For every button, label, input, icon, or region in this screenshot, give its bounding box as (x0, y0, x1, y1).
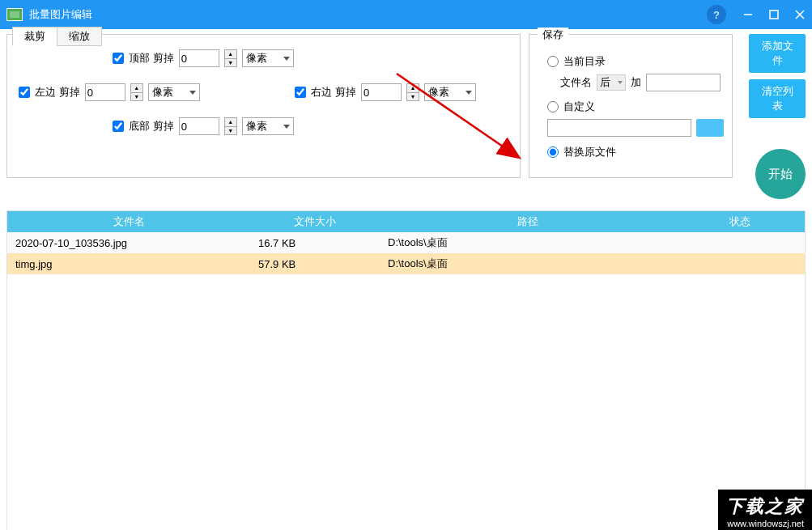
save-custom-label: 自定义 (563, 100, 595, 114)
right-crop-input[interactable] (361, 83, 402, 101)
custom-path-input[interactable] (547, 119, 691, 137)
append-label: 加 (631, 75, 641, 90)
table-body: 2020-07-10_103536.jpg16.7 KBD:\tools\桌面t… (7, 232, 805, 530)
left-crop-checkbox[interactable] (19, 87, 30, 98)
filename-label: 文件名 (560, 75, 592, 90)
save-panel-title: 保存 (538, 28, 568, 42)
bottom-crop-spinner[interactable]: ▲▼ (224, 117, 237, 135)
svg-rect-1 (770, 11, 778, 19)
col-path: 路径 (380, 214, 675, 229)
col-name: 文件名 (7, 214, 250, 229)
save-custom-radio[interactable] (547, 101, 559, 112)
file-table: 文件名 文件大小 路径 状态 2020-07-10_103536.jpg16.7… (6, 210, 806, 530)
window-title: 批量图片编辑 (29, 7, 707, 22)
left-crop-spinner[interactable]: ▲▼ (130, 83, 143, 101)
tab-crop[interactable]: 裁剪 (12, 27, 57, 46)
close-button[interactable] (794, 9, 806, 20)
col-size: 文件大小 (250, 214, 380, 229)
top-crop-checkbox[interactable] (113, 53, 124, 64)
suffix-select[interactable]: 后 (597, 74, 626, 91)
col-status: 状态 (675, 214, 805, 229)
top-crop-spinner[interactable]: ▲▼ (224, 49, 237, 67)
watermark: 下载之家 www.windowszj.net (718, 490, 812, 530)
save-replace-radio[interactable] (547, 146, 559, 158)
table-row[interactable]: 2020-07-10_103536.jpg16.7 KBD:\tools\桌面 (7, 232, 805, 253)
side-buttons: 添加文件 清空列表 开始 (741, 34, 806, 199)
right-crop-spinner[interactable]: ▲▼ (406, 83, 419, 101)
maximize-button[interactable] (768, 9, 780, 20)
crop-panel: 裁剪 缩放 顶部 剪掉 ▲▼ 像素 左边 剪掉 ▲▼ 像素 (6, 34, 521, 178)
table-header: 文件名 文件大小 路径 状态 (7, 211, 805, 232)
right-crop-label: 右边 剪掉 (311, 85, 356, 100)
minimize-button[interactable] (742, 9, 754, 20)
start-button[interactable]: 开始 (755, 149, 806, 199)
left-crop-input[interactable] (85, 83, 125, 101)
right-crop-unit[interactable]: 像素 (424, 83, 476, 101)
help-button[interactable]: ? (707, 5, 726, 24)
bottom-crop-input[interactable] (179, 117, 219, 135)
titlebar: 批量图片编辑 ? (0, 0, 812, 29)
save-current-dir-label: 当前目录 (563, 54, 606, 69)
save-current-dir-radio[interactable] (547, 56, 559, 67)
left-crop-label: 左边 剪掉 (35, 85, 80, 100)
bottom-crop-checkbox[interactable] (113, 121, 124, 132)
clear-list-button[interactable]: 清空列表 (749, 79, 806, 118)
append-input[interactable] (646, 74, 721, 91)
browse-button[interactable]: 选择 (696, 119, 724, 137)
left-crop-unit[interactable]: 像素 (148, 83, 200, 101)
bottom-crop-unit[interactable]: 像素 (242, 117, 294, 135)
bottom-crop-label: 底部 剪掉 (129, 119, 174, 134)
top-crop-unit[interactable]: 像素 (242, 49, 294, 67)
table-row[interactable]: timg.jpg57.9 KBD:\tools\桌面 (7, 253, 805, 274)
add-file-button[interactable]: 添加文件 (749, 34, 806, 73)
tab-scale[interactable]: 缩放 (57, 27, 102, 46)
app-icon (6, 8, 23, 21)
top-crop-label: 顶部 剪掉 (129, 51, 174, 66)
save-replace-label: 替换原文件 (563, 145, 616, 159)
right-crop-checkbox[interactable] (295, 87, 306, 98)
save-panel: 保存 当前目录 文件名 后 加 自定义 选择 替换原文件 (529, 34, 733, 178)
top-crop-input[interactable] (179, 49, 219, 67)
